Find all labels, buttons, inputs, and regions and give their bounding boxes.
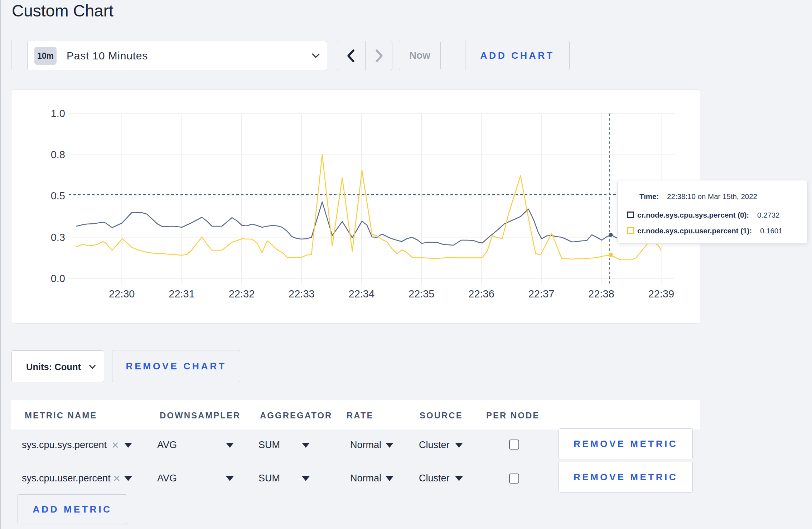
svg-text:22:38: 22:38 [588,288,614,300]
svg-text:22:37: 22:37 [528,288,555,300]
svg-text:22:35: 22:35 [409,288,435,300]
svg-text:0.3: 0.3 [51,232,65,243]
svg-text:22:34: 22:34 [349,288,375,300]
svg-text:22:32: 22:32 [229,288,255,300]
svg-text:0.5: 0.5 [51,190,65,202]
svg-text:22:39: 22:39 [648,288,675,300]
svg-text:22:30: 22:30 [109,288,135,300]
svg-text:22:36: 22:36 [468,288,494,300]
svg-text:22:33: 22:33 [289,288,315,300]
svg-text:22:31: 22:31 [169,288,195,300]
svg-text:1.0: 1.0 [51,108,65,119]
svg-text:0.0: 0.0 [51,273,65,284]
svg-text:0.8: 0.8 [51,149,65,160]
